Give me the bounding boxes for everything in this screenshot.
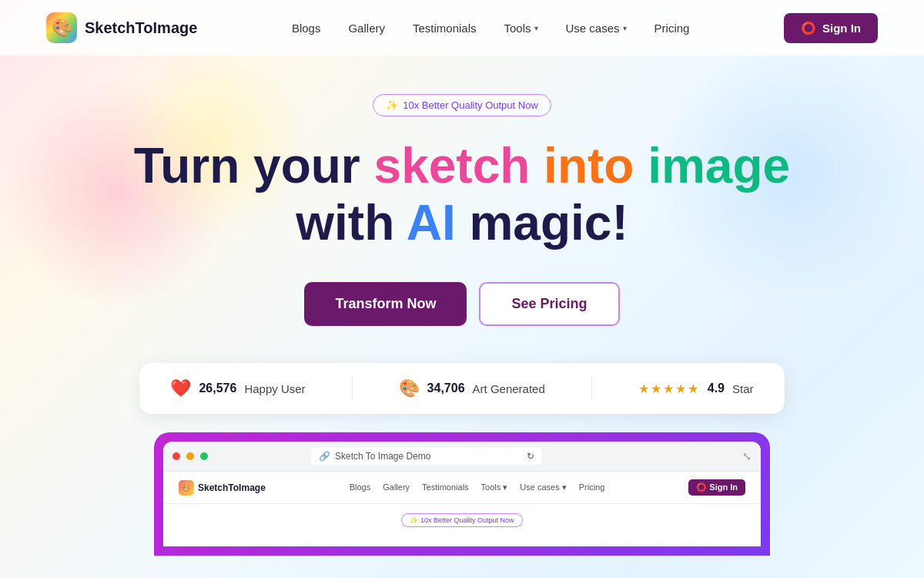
demo-link-gallery: Gallery <box>383 482 410 492</box>
happy-user-count: 26,576 <box>199 381 236 395</box>
nav-blogs[interactable]: Blogs <box>292 22 321 35</box>
demo-inner-nav: 🎨 SketchToImage Blogs Gallery Testimonia… <box>163 472 761 504</box>
demo-inner-content: ✨ 10x Better Quality Output Now <box>163 504 761 535</box>
rating-stat: ★★★★★ 4.9 Star <box>638 381 754 396</box>
browser-dot-green <box>200 452 208 460</box>
art-generated-stat: 🎨 34,706 Art Generated <box>399 378 545 398</box>
nav-gallery[interactable]: Gallery <box>348 22 385 35</box>
logo-text: SketchToImage <box>85 19 197 37</box>
tools-chevron-icon: ▾ <box>534 24 538 32</box>
demo-link-tools: Tools ▾ <box>481 482 508 492</box>
art-generated-count: 34,706 <box>427 381 465 395</box>
browser-chrome-bar: 🔗 Sketch To Image Demo ↻ ⤡ <box>163 442 761 472</box>
demo-inner-badge: ✨ 10x Better Quality Output Now <box>401 513 522 527</box>
signin-button[interactable]: ⭕ Sign In <box>784 13 878 43</box>
demo-link-usecases: Use cases ▾ <box>520 482 566 492</box>
navbar: 🎨 SketchToImage Blogs Gallery Testimonia… <box>0 0 924 55</box>
nav-testimonials[interactable]: Testimonials <box>413 22 477 35</box>
quality-badge: ✨ 10x Better Quality Output Now <box>373 94 551 116</box>
cta-row: Transform Now See Pricing <box>304 282 619 326</box>
demo-link-pricing: Pricing <box>579 482 605 492</box>
url-text: Sketch To Image Demo <box>335 451 431 462</box>
rating-label: Star <box>732 382 754 395</box>
heart-icon: ❤️ <box>170 378 191 398</box>
heading-line1: Turn your sketch into image <box>134 138 790 195</box>
rating-value: 4.9 <box>708 381 725 395</box>
logo-icon: 🎨 <box>46 12 77 43</box>
stat-divider-2 <box>591 377 592 400</box>
refresh-icon: ↻ <box>527 451 534 462</box>
demo-link-testimonials: Testimonials <box>422 482 469 492</box>
heading-line2: with AI magic! <box>134 195 790 252</box>
browser-dot-yellow <box>186 452 194 460</box>
link-icon: 🔗 <box>319 451 330 462</box>
demo-inner-brand: SketchToImage <box>198 482 266 493</box>
demo-inner-links: Blogs Gallery Testimonials Tools ▾ Use c… <box>350 482 605 492</box>
logo[interactable]: 🎨 SketchToImage <box>46 12 197 43</box>
demo-preview: 🔗 Sketch To Image Demo ↻ ⤡ 🎨 SketchToIma… <box>154 432 770 556</box>
sparkle-icon: ✨ <box>386 99 398 111</box>
browser-dot-red <box>172 452 180 460</box>
happy-user-stat: ❤️ 26,576 Happy User <box>170 378 305 398</box>
happy-user-label: Happy User <box>244 382 305 395</box>
art-generated-label: Art Generated <box>473 382 545 395</box>
nav-use-cases[interactable]: Use cases ▾ <box>566 22 627 35</box>
palette-icon: 🎨 <box>399 378 420 398</box>
transform-now-button[interactable]: Transform Now <box>304 282 467 326</box>
nav-pricing[interactable]: Pricing <box>654 22 690 35</box>
stats-bar: ❤️ 26,576 Happy User 🎨 34,706 Art Genera… <box>139 363 784 414</box>
stars-icon: ★★★★★ <box>638 381 700 396</box>
signin-icon: ⭕ <box>801 21 816 35</box>
demo-inner-logo-icon: 🎨 <box>179 480 194 496</box>
nav-links: Blogs Gallery Testimonials Tools ▾ Use c… <box>292 22 690 35</box>
nav-tools[interactable]: Tools ▾ <box>504 22 538 35</box>
url-bar: 🔗 Sketch To Image Demo ↻ <box>311 448 542 465</box>
see-pricing-button[interactable]: See Pricing <box>479 282 619 326</box>
hero-heading: Turn your sketch into image with AI magi… <box>134 138 790 251</box>
demo-inner-logo: 🎨 SketchToImage <box>179 480 266 496</box>
use-cases-chevron-icon: ▾ <box>623 24 627 32</box>
demo-browser: 🔗 Sketch To Image Demo ↻ ⤡ 🎨 SketchToIma… <box>163 442 761 546</box>
badge-text: 10x Better Quality Output Now <box>403 99 538 111</box>
main-content: ✨ 10x Better Quality Output Now Turn you… <box>0 55 924 432</box>
demo-inner-signin: ⭕ Sign In <box>688 479 745 496</box>
demo-link-blogs: Blogs <box>350 482 371 492</box>
expand-icon: ⤡ <box>742 450 752 462</box>
stat-divider-1 <box>352 377 353 400</box>
